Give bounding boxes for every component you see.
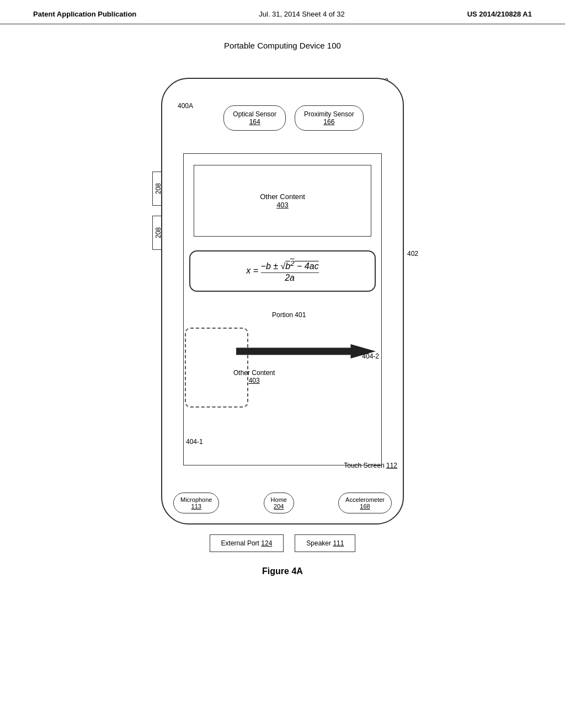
- external-port-label: External Port: [221, 539, 259, 547]
- screen-area: Other Content 403 x = −b ± √b2 − 4ac 2a: [183, 153, 382, 465]
- speaker-ref: 111: [333, 539, 344, 547]
- main-content: Portable Computing Device 100 206 212 20…: [0, 24, 565, 576]
- bottom-sensors-row: Microphone 113 Home 204 Accelerometer 16…: [173, 493, 392, 513]
- proximity-sensor-pill: Proximity Sensor 166: [295, 105, 364, 131]
- dashed-region-404-1: [185, 328, 248, 408]
- external-port-box: External Port 124: [210, 534, 284, 552]
- other-content-lower-ref: 403: [249, 377, 260, 384]
- formula-display: x = −b ± √b2 − 4ac 2a: [196, 259, 369, 283]
- proximity-sensor-ref: 166: [323, 118, 334, 126]
- portion-401-label: Portion 401: [272, 311, 306, 319]
- other-content-lower-label: Other Content: [233, 369, 275, 377]
- other-content-top-box: Other Content 403: [194, 165, 371, 237]
- bottom-row: External Port 124 Speaker 111: [178, 534, 387, 552]
- accelerometer-pill: Accelerometer 168: [338, 493, 392, 513]
- home-pill: Home 204: [264, 493, 294, 513]
- external-port-ref: 124: [261, 539, 272, 547]
- accelerometer-label: Accelerometer: [345, 496, 385, 503]
- other-content-top-label: Other Content: [260, 192, 305, 201]
- proximity-sensor-label: Proximity Sensor: [304, 110, 354, 118]
- arrow-body: [236, 344, 376, 358]
- header-left: Patent Application Publication: [33, 10, 136, 18]
- device-body: 400A Optical Sensor 164 Proximity Sensor…: [161, 78, 404, 524]
- header-right: US 2014/210828 A1: [467, 10, 532, 18]
- other-content-lower-box: Other Content 403: [233, 369, 275, 384]
- formula-box: x = −b ± √b2 − 4ac 2a: [189, 250, 376, 292]
- touch-screen-text: Touch Screen: [344, 462, 384, 469]
- microphone-ref: 113: [191, 503, 201, 510]
- accelerometer-ref: 168: [360, 503, 370, 510]
- speaker-box: Speaker 111: [295, 534, 355, 552]
- ref-404-1: 404-1: [186, 438, 203, 446]
- optical-sensor-label: Optical Sensor: [233, 110, 276, 118]
- touch-screen-ref: 112: [386, 462, 397, 469]
- figure-label: Figure 4A: [262, 566, 303, 576]
- microphone-label: Microphone: [180, 496, 212, 503]
- portion-401-text: Portion 401: [272, 311, 306, 319]
- header-center: Jul. 31, 2014 Sheet 4 of 32: [259, 10, 344, 18]
- page-header: Patent Application Publication Jul. 31, …: [0, 0, 565, 24]
- device-diagram: 206 212 208 208 400A Optical Sensor 164 …: [145, 61, 420, 558]
- optical-sensor-ref: 164: [249, 118, 260, 126]
- home-label: Home: [271, 496, 287, 503]
- home-ref: 204: [274, 503, 284, 510]
- ref-404-2: 404-2: [362, 352, 379, 360]
- microphone-pill: Microphone 113: [173, 493, 219, 513]
- arrow-container: [236, 341, 376, 361]
- speaker-label: Speaker: [306, 539, 331, 547]
- other-content-top-ref: 403: [276, 201, 289, 209]
- top-sensors-row: Optical Sensor 164 Proximity Sensor 166: [195, 105, 392, 131]
- diagram-title: Portable Computing Device 100: [224, 41, 341, 50]
- label-400a: 400A: [178, 102, 193, 110]
- optical-sensor-pill: Optical Sensor 164: [223, 105, 286, 131]
- touch-screen-label: Touch Screen 112: [344, 462, 397, 469]
- ref-402: 402: [407, 250, 418, 258]
